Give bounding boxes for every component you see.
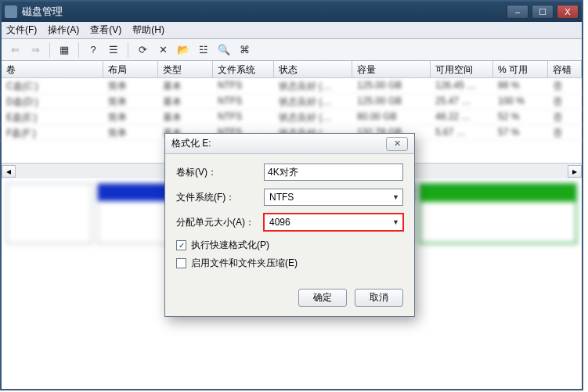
dialog-titlebar: 格式化 E: ✕ [165, 134, 414, 154]
col-type[interactable]: 类型 [158, 61, 213, 77]
format-dialog: 格式化 E: ✕ 卷标(V)： 文件系统(F)： NTFS ▼ 分配单元大小(A… [164, 133, 415, 317]
back-button[interactable]: ⇐ [6, 41, 23, 59]
col-free[interactable]: 可用空间 [431, 61, 493, 77]
partition-card-selected[interactable] [419, 183, 577, 244]
up-button[interactable]: ▦ [56, 41, 73, 59]
toolbar-separator [49, 42, 50, 58]
ok-button[interactable]: 确定 [298, 289, 347, 307]
menu-action[interactable]: 操作(A) [48, 23, 79, 37]
minimize-button[interactable]: – [507, 5, 528, 19]
forward-button[interactable]: ⇒ [27, 41, 44, 59]
col-tolerance[interactable]: 容错 [548, 61, 582, 77]
filesystem-select[interactable]: NTFS ▼ [264, 189, 403, 206]
scroll-right-icon[interactable]: ▸ [568, 165, 582, 178]
menu-help[interactable]: 帮助(H) [132, 23, 164, 37]
window-title: 磁盘管理 [22, 5, 507, 19]
toolbar-separator [78, 42, 79, 58]
col-filesystem[interactable]: 文件系统 [213, 61, 274, 77]
maximize-button[interactable]: ☐ [532, 5, 554, 19]
allocation-unit-select[interactable]: 4096 ▼ [264, 214, 403, 231]
chevron-down-icon: ▼ [392, 218, 399, 226]
scroll-left-icon[interactable]: ◂ [2, 165, 16, 178]
allocation-unit-value: 4096 [269, 217, 290, 228]
disk-header-card[interactable] [6, 183, 92, 244]
compress-label: 启用文件和文件夹压缩(E) [191, 257, 298, 270]
filesystem-label: 文件系统(F)： [176, 191, 264, 204]
quick-format-checkbox[interactable]: ✓ [176, 240, 186, 250]
table-body: C盘(C:)简单基本NTFS状态良好 (…125.00 GB126.45 …88… [2, 78, 582, 141]
compress-checkbox[interactable] [176, 258, 186, 268]
filesystem-value: NTFS [269, 192, 294, 203]
help-button[interactable]: ? [85, 41, 102, 59]
properties-button[interactable]: ☰ [105, 41, 122, 59]
col-percent[interactable]: % 可用 [493, 61, 548, 77]
chevron-down-icon: ▼ [392, 193, 399, 201]
menubar: 文件(F) 操作(A) 查看(V) 帮助(H) [2, 22, 582, 39]
volume-label-label: 卷标(V)： [176, 166, 264, 179]
col-capacity[interactable]: 容量 [352, 61, 431, 77]
table-row[interactable]: E盘(E:)简单基本NTFS状态良好 (…80.00 GB48.22 …52 %… [2, 110, 582, 125]
table-header: 卷 布局 类型 文件系统 状态 容量 可用空间 % 可用 容错 [2, 61, 582, 78]
toolbar: ⇐ ⇒ ▦ ? ☰ ⟳ ✕ 📂 ☳ 🔍 ⌘ [2, 39, 582, 61]
menu-view[interactable]: 查看(V) [90, 23, 121, 37]
quick-format-label: 执行快速格式化(P) [191, 239, 269, 252]
close-button[interactable]: X [557, 5, 579, 19]
col-layout[interactable]: 布局 [103, 61, 158, 77]
dialog-close-button[interactable]: ✕ [386, 137, 408, 151]
allocation-unit-label: 分配单元大小(A)： [176, 216, 264, 229]
app-icon [5, 5, 17, 18]
cancel-button[interactable]: 取消 [355, 289, 403, 307]
titlebar: 磁盘管理 – ☐ X [2, 2, 582, 22]
delete-button[interactable]: ✕ [154, 41, 171, 59]
dialog-title: 格式化 E: [171, 137, 386, 150]
extra-button[interactable]: ⌘ [236, 41, 253, 59]
manage-button[interactable]: ☳ [195, 41, 212, 59]
open-button[interactable]: 📂 [175, 41, 192, 59]
table-row[interactable]: C盘(C:)简单基本NTFS状态良好 (…125.00 GB126.45 …88… [2, 78, 582, 94]
toolbar-separator [128, 42, 128, 58]
menu-file[interactable]: 文件(F) [6, 23, 37, 37]
table-row[interactable]: D盘(D:)简单基本NTFS状态良好 (…125.00 GB25.47 …100… [2, 94, 582, 110]
refresh-button[interactable]: ⟳ [134, 41, 151, 59]
col-status[interactable]: 状态 [274, 61, 352, 77]
col-volume[interactable]: 卷 [2, 61, 103, 77]
find-button[interactable]: 🔍 [215, 41, 233, 59]
volume-label-input[interactable] [264, 164, 403, 181]
